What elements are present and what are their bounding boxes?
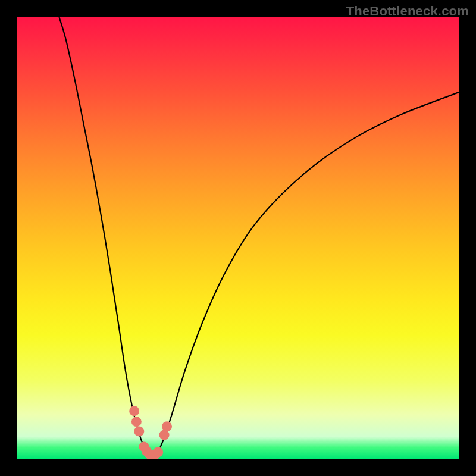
plot-area: [17, 17, 459, 459]
highlight-marker: [162, 421, 172, 431]
highlight-marker: [129, 406, 139, 416]
curve-layer: [17, 17, 459, 459]
curve-right-branch: [152, 92, 459, 459]
highlight-marker: [131, 416, 142, 427]
curve-left-branch: [59, 17, 152, 459]
highlight-marker: [134, 427, 144, 437]
highlight-markers: [129, 406, 172, 459]
highlight-marker: [153, 447, 163, 457]
chart-frame: TheBottleneck.com: [0, 0, 476, 476]
